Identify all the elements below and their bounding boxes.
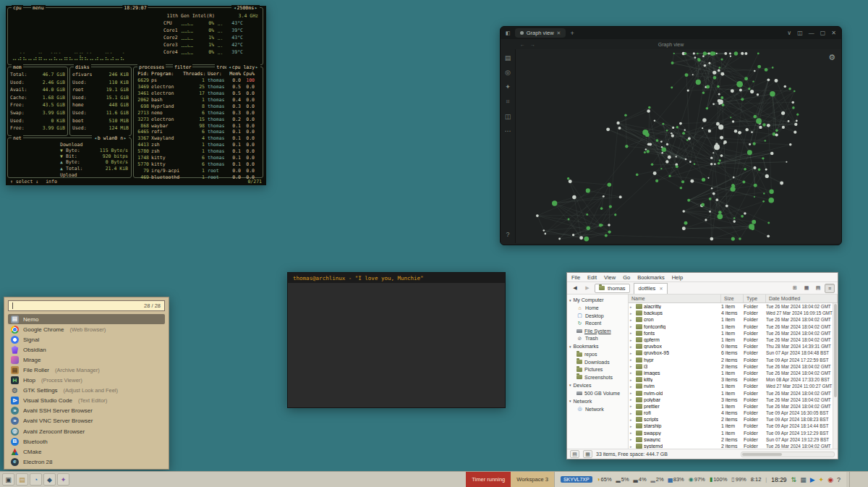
help-icon[interactable]: ? xyxy=(506,231,509,238)
launcher-item-obsidian[interactable]: Obsidian xyxy=(8,344,165,355)
timer-indicator[interactable]: Timer running xyxy=(466,472,511,487)
file-row[interactable]: ▸systemd2 itemsFolderTue 26 Mar 2024 18:… xyxy=(629,443,833,449)
path-bar[interactable]: thomas xyxy=(595,284,630,293)
scrollbar-thumb[interactable] xyxy=(742,453,782,456)
column-name[interactable]: Name xyxy=(629,295,721,302)
launcher-item-gtk-settings[interactable]: ⚙GTK Settings(Adjust Look and Feel) xyxy=(8,386,165,396)
sidebar-item-home[interactable]: ⌂Home xyxy=(567,305,628,313)
more-icon[interactable]: ⋯ xyxy=(505,127,511,135)
process-row[interactable]: 3469electron25thomas0.50.0 xyxy=(134,84,263,90)
menu-help[interactable]: Help xyxy=(672,274,683,281)
sidebar-item-recent[interactable]: ↻Recent xyxy=(567,320,628,328)
process-row[interactable]: 3461electron17thomas0.50.0 xyxy=(134,90,263,97)
processes-filter-button[interactable]: filter xyxy=(173,64,192,70)
new-tab-icon[interactable]: + xyxy=(570,30,574,37)
terminal-launcher-icon[interactable]: ▣ xyxy=(2,473,14,486)
expander-icon[interactable]: ▸ xyxy=(630,431,634,435)
sidebar-group-devices[interactable]: ▾Devices xyxy=(567,381,628,390)
help-tray-icon[interactable]: ? xyxy=(837,476,841,483)
search-icon[interactable]: ◎ xyxy=(505,69,511,76)
sidebar-item-file-system[interactable]: File System xyxy=(567,327,628,335)
expander-icon[interactable]: ▸ xyxy=(630,418,634,422)
btop-menu-button[interactable]: menu xyxy=(31,5,46,11)
back-button[interactable]: ◀ xyxy=(570,284,580,293)
sort-prev-icon[interactable]: ◂ xyxy=(229,64,231,70)
file-row[interactable]: ▸gpferm1 itemFolderTue 26 Mar 2024 18:04… xyxy=(629,336,833,343)
iface-prev-icon[interactable]: ◂ xyxy=(94,135,97,141)
process-row[interactable]: 79irq/9-acpi1root0.00.0 xyxy=(134,167,263,174)
column-type[interactable]: Type xyxy=(744,295,766,302)
expander-icon[interactable]: ▸ xyxy=(630,331,634,335)
launcher-item-mirage[interactable]: Mirage xyxy=(8,355,165,365)
launcher-item-avahi-zeroconf-browser[interactable]: ◎Avahi Zeroconf Browser xyxy=(8,426,165,436)
file-row[interactable]: ▸nvim-old1 itemFolderTue 26 Mar 2024 18:… xyxy=(629,389,833,396)
tray-meter[interactable]: ◑65% xyxy=(597,476,612,483)
file-row[interactable]: ▸scripts2 itemsFolderTue 09 Apr 2024 18:… xyxy=(629,416,833,423)
tray-meter[interactable]: ▮100% xyxy=(710,476,728,483)
terminal-titlebar[interactable]: thomas@archlinux - "I love you, Munchie" xyxy=(288,273,505,283)
layout-icon[interactable]: ◫ xyxy=(797,30,803,36)
launcher-item-signal[interactable]: Signal xyxy=(8,334,165,344)
launcher-item-cmake[interactable]: CMake xyxy=(8,446,165,457)
compact-view-button[interactable]: ▤ xyxy=(813,284,823,293)
process-row[interactable]: 868waybar98thomas0.10.0 xyxy=(134,122,263,129)
taskbar-clock[interactable]: 18:29 xyxy=(771,476,786,483)
close-tab-icon[interactable]: ✕ xyxy=(659,286,663,291)
sidebar-item-screenshots[interactable]: Screenshots xyxy=(567,373,628,381)
col-threads[interactable]: Threads: xyxy=(183,71,205,77)
vertical-scrollbar[interactable] xyxy=(833,303,838,449)
canvas-icon[interactable]: ◫ xyxy=(505,113,511,120)
keyboard-layout-indicator[interactable]: SKYVL7XP xyxy=(561,476,592,483)
expander-icon[interactable]: ▸ xyxy=(630,384,634,389)
sidebar-group-network[interactable]: ▾Network xyxy=(567,397,628,406)
file-row[interactable]: ▸kitty3 itemsFolderMon 08 Apr 2024 17:33… xyxy=(629,376,833,383)
net-panel-title[interactable]: net xyxy=(12,135,23,141)
tray-meter[interactable]: ▃4% xyxy=(634,476,647,483)
file-row[interactable]: ▸images1 itemFolderTue 26 Mar 2024 18:04… xyxy=(629,370,833,376)
process-row[interactable]: 5780zsh1thomas0.10.0 xyxy=(134,148,263,155)
file-row[interactable]: ▸fonts1 itemFolderTue 26 Mar 2024 18:04:… xyxy=(629,330,833,336)
launcher-item-file-roller[interactable]: ▤File Roller(Archive Manager) xyxy=(8,365,165,375)
sidebar-item-repos[interactable]: repos xyxy=(567,351,628,359)
file-row[interactable]: ▸rofi4 itemsFolderTue 09 Apr 2024 16:30:… xyxy=(629,410,833,416)
sort-next-icon[interactable]: ▸ xyxy=(255,64,258,70)
new-tab-button[interactable]: ⊞ xyxy=(790,284,800,293)
launcher-item-htop[interactable]: HHtop(Process Viewer) xyxy=(8,376,165,386)
expander-icon[interactable]: ▸ xyxy=(630,370,634,375)
expander-icon[interactable]: ▸ xyxy=(630,391,634,395)
launcher-item-nemo[interactable]: ▤Nemo xyxy=(8,314,165,324)
bookmarks-icon[interactable]: ✦ xyxy=(505,83,511,90)
tray-meter[interactable]: ◉97% xyxy=(689,476,705,483)
toggle-sidepane-button[interactable]: ▤ xyxy=(570,450,579,458)
processes-sort-control[interactable]: ◂cpu lazy▸ xyxy=(226,64,260,70)
file-row[interactable]: ▸backups4 itemsFolderWed 27 Mar 2024 16:… xyxy=(629,310,833,316)
launcher-item-electron-28[interactable]: eElectron 28 xyxy=(8,457,165,467)
interval-decrease-icon[interactable]: ◂ xyxy=(234,5,237,11)
expander-icon[interactable]: ▾ xyxy=(569,298,571,302)
file-row[interactable]: ▸swaync2 itemsFolderSun 07 Apr 2024 19:1… xyxy=(629,436,833,443)
expander-icon[interactable]: ▸ xyxy=(630,444,634,449)
expander-icon[interactable]: ▸ xyxy=(630,305,634,309)
menu-file[interactable]: File xyxy=(571,274,580,281)
expander-icon[interactable]: ▸ xyxy=(630,318,634,322)
update-interval-control[interactable]: ◂2500ms▸ xyxy=(231,5,260,11)
obsidian-tabbar[interactable]: ◧ Graph view ✕ + ∨ ◫ — ▢ ✕ xyxy=(501,27,841,39)
media-play-icon[interactable]: ▶ xyxy=(810,476,815,483)
expander-icon[interactable]: ▸ xyxy=(630,357,634,362)
terminal-body[interactable] xyxy=(288,283,505,407)
process-row[interactable]: 698Hyprland8thomas0.30.0 xyxy=(134,103,263,109)
process-row[interactable]: 4413zsh1thomas0.10.0 xyxy=(134,142,263,148)
tray-meter[interactable]: ▂5% xyxy=(616,476,629,483)
back-icon[interactable]: ← xyxy=(520,42,525,47)
footer-info-hint[interactable]: info xyxy=(46,179,57,185)
process-row[interactable]: 1748kitty6thomas0.10.0 xyxy=(134,155,263,161)
interval-increase-icon[interactable]: ▸ xyxy=(255,5,258,11)
col-user[interactable]: User: xyxy=(208,71,228,77)
processes-panel-title[interactable]: processes xyxy=(137,64,166,70)
launcher-item-visual-studio-code[interactable]: ⊳Visual Studio Code(Text Editor) xyxy=(8,396,165,406)
expander-icon[interactable]: ▸ xyxy=(630,411,634,415)
file-row[interactable]: ▸nvim1 itemFolderWed 27 Mar 2024 11:00:2… xyxy=(629,383,833,389)
file-row[interactable]: ▸cron1 itemFolderTue 26 Mar 2024 18:04:0… xyxy=(629,316,833,323)
files-icon[interactable]: ▤ xyxy=(505,54,511,62)
process-row[interactable]: 5770kitty6thomas0.10.0 xyxy=(134,161,263,167)
